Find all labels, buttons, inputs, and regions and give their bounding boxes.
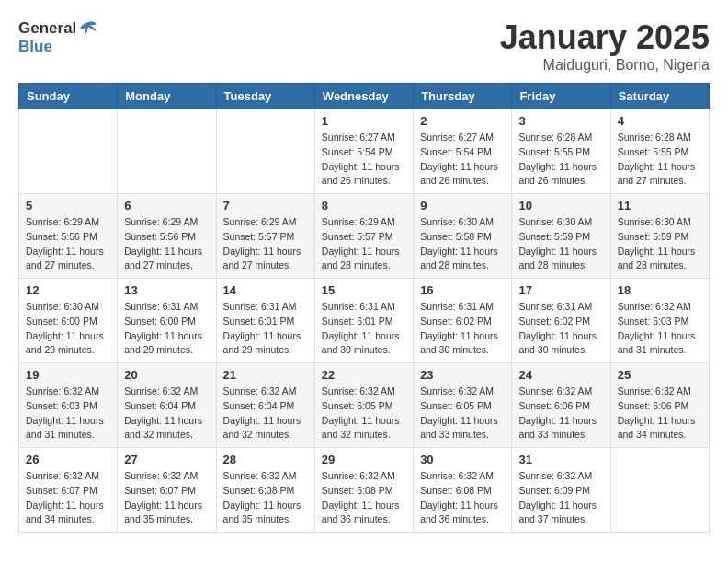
calendar-cell [19,109,118,194]
calendar-cell: 8Sunrise: 6:29 AM Sunset: 5:57 PM Daylig… [314,194,413,279]
day-number: 15 [322,283,406,297]
calendar-cell: 19Sunrise: 6:32 AM Sunset: 6:03 PM Dayli… [19,363,118,448]
calendar-week-row-3: 12Sunrise: 6:30 AM Sunset: 6:00 PM Dayli… [19,279,710,363]
calendar-cell: 14Sunrise: 6:31 AM Sunset: 6:01 PM Dayli… [216,279,314,363]
weekday-header-thursday: Thursday [414,84,512,109]
day-number: 11 [618,199,702,213]
day-number: 4 [618,114,702,128]
weekday-header-tuesday: Tuesday [216,84,314,109]
day-info: Sunrise: 6:32 AM Sunset: 6:07 PM Dayligh… [26,469,110,527]
day-info: Sunrise: 6:28 AM Sunset: 5:55 PM Dayligh… [518,131,603,189]
day-number: 2 [420,114,505,128]
day-number: 26 [26,453,110,466]
header: General Blue January 2025 Maiduguri, Bor… [18,18,710,74]
day-number: 3 [518,114,603,128]
day-number: 13 [124,283,209,297]
calendar-cell: 30Sunrise: 6:32 AM Sunset: 6:08 PM Dayli… [414,448,512,533]
calendar-week-row-2: 5Sunrise: 6:29 AM Sunset: 5:56 PM Daylig… [19,194,710,279]
calendar-cell: 31Sunrise: 6:32 AM Sunset: 6:09 PM Dayli… [512,448,610,533]
day-info: Sunrise: 6:31 AM Sunset: 6:01 PM Dayligh… [322,300,406,358]
day-info: Sunrise: 6:32 AM Sunset: 6:08 PM Dayligh… [420,469,505,527]
calendar-week-row-1: 1Sunrise: 6:27 AM Sunset: 5:54 PM Daylig… [19,109,710,194]
weekday-header-row: SundayMondayTuesdayWednesdayThursdayFrid… [19,84,710,109]
day-info: Sunrise: 6:29 AM Sunset: 5:57 PM Dayligh… [223,215,308,273]
day-number: 20 [124,368,209,382]
day-number: 7 [223,199,308,213]
day-info: Sunrise: 6:32 AM Sunset: 6:05 PM Dayligh… [322,385,406,442]
weekday-header-sunday: Sunday [19,84,118,109]
day-number: 16 [420,283,505,297]
day-info: Sunrise: 6:32 AM Sunset: 6:04 PM Dayligh… [223,385,308,442]
day-number: 27 [124,453,209,466]
day-info: Sunrise: 6:27 AM Sunset: 5:54 PM Dayligh… [322,131,406,189]
calendar-cell: 24Sunrise: 6:32 AM Sunset: 6:06 PM Dayli… [512,363,610,448]
calendar-cell: 5Sunrise: 6:29 AM Sunset: 5:56 PM Daylig… [19,194,118,279]
day-info: Sunrise: 6:29 AM Sunset: 5:57 PM Dayligh… [322,215,406,273]
calendar-cell: 16Sunrise: 6:31 AM Sunset: 6:02 PM Dayli… [414,279,512,363]
day-number: 25 [618,368,702,382]
weekday-header-wednesday: Wednesday [314,84,413,109]
weekday-header-friday: Friday [512,84,610,109]
weekday-header-saturday: Saturday [610,84,709,109]
calendar-cell: 9Sunrise: 6:30 AM Sunset: 5:58 PM Daylig… [414,194,512,279]
calendar-week-row-4: 19Sunrise: 6:32 AM Sunset: 6:03 PM Dayli… [19,363,710,448]
day-number: 30 [420,453,505,466]
day-number: 5 [26,199,110,213]
day-info: Sunrise: 6:32 AM Sunset: 6:03 PM Dayligh… [618,300,702,358]
day-info: Sunrise: 6:32 AM Sunset: 6:07 PM Dayligh… [124,469,209,527]
calendar-cell [610,448,709,533]
day-number: 23 [420,368,505,382]
calendar-cell: 11Sunrise: 6:30 AM Sunset: 5:59 PM Dayli… [610,194,709,279]
day-number: 17 [518,283,603,297]
logo: General Blue [18,18,98,56]
day-number: 14 [223,283,308,297]
day-info: Sunrise: 6:27 AM Sunset: 5:54 PM Dayligh… [420,131,505,189]
day-info: Sunrise: 6:30 AM Sunset: 5:59 PM Dayligh… [618,215,702,273]
calendar-cell: 6Sunrise: 6:29 AM Sunset: 5:56 PM Daylig… [118,194,216,279]
month-title: January 2025 [500,18,710,57]
day-info: Sunrise: 6:29 AM Sunset: 5:56 PM Dayligh… [26,215,110,273]
calendar-cell [118,109,216,194]
calendar-cell: 4Sunrise: 6:28 AM Sunset: 5:55 PM Daylig… [610,109,709,194]
logo-general: General [18,20,76,38]
calendar-cell: 18Sunrise: 6:32 AM Sunset: 6:03 PM Dayli… [610,279,709,363]
logo-blue: Blue [18,39,52,56]
day-info: Sunrise: 6:31 AM Sunset: 6:01 PM Dayligh… [223,300,308,358]
day-info: Sunrise: 6:31 AM Sunset: 6:02 PM Dayligh… [518,300,603,358]
day-number: 1 [322,114,406,128]
day-number: 31 [518,453,603,466]
title-area: January 2025 Maiduguri, Borno, Nigeria [500,18,710,74]
calendar-cell: 15Sunrise: 6:31 AM Sunset: 6:01 PM Dayli… [314,279,413,363]
day-info: Sunrise: 6:29 AM Sunset: 5:56 PM Dayligh… [124,215,209,273]
day-info: Sunrise: 6:32 AM Sunset: 6:08 PM Dayligh… [322,469,406,527]
day-info: Sunrise: 6:30 AM Sunset: 5:59 PM Dayligh… [518,215,603,273]
day-number: 6 [124,199,209,213]
calendar-cell: 1Sunrise: 6:27 AM Sunset: 5:54 PM Daylig… [314,109,413,194]
day-number: 10 [518,199,603,213]
calendar-week-row-5: 26Sunrise: 6:32 AM Sunset: 6:07 PM Dayli… [19,448,710,533]
calendar-cell: 28Sunrise: 6:32 AM Sunset: 6:08 PM Dayli… [216,448,314,533]
day-info: Sunrise: 6:32 AM Sunset: 6:09 PM Dayligh… [518,469,603,527]
calendar-cell: 10Sunrise: 6:30 AM Sunset: 5:59 PM Dayli… [512,194,610,279]
day-number: 12 [26,283,110,297]
day-info: Sunrise: 6:30 AM Sunset: 5:58 PM Dayligh… [420,215,505,273]
calendar-cell: 20Sunrise: 6:32 AM Sunset: 6:04 PM Dayli… [118,363,216,448]
day-info: Sunrise: 6:32 AM Sunset: 6:06 PM Dayligh… [618,385,702,442]
calendar-cell: 3Sunrise: 6:28 AM Sunset: 5:55 PM Daylig… [512,109,610,194]
location-title: Maiduguri, Borno, Nigeria [500,57,710,74]
calendar-cell [216,109,314,194]
calendar-cell: 29Sunrise: 6:32 AM Sunset: 6:08 PM Dayli… [314,448,413,533]
day-info: Sunrise: 6:28 AM Sunset: 5:55 PM Dayligh… [618,131,702,189]
calendar-cell: 13Sunrise: 6:31 AM Sunset: 6:00 PM Dayli… [118,279,216,363]
calendar-cell: 22Sunrise: 6:32 AM Sunset: 6:05 PM Dayli… [314,363,413,448]
day-info: Sunrise: 6:32 AM Sunset: 6:05 PM Dayligh… [420,385,505,442]
day-info: Sunrise: 6:31 AM Sunset: 6:02 PM Dayligh… [420,300,505,358]
day-number: 22 [322,368,406,382]
day-info: Sunrise: 6:32 AM Sunset: 6:06 PM Dayligh… [518,385,603,442]
calendar-cell: 12Sunrise: 6:30 AM Sunset: 6:00 PM Dayli… [19,279,118,363]
calendar-cell: 26Sunrise: 6:32 AM Sunset: 6:07 PM Dayli… [19,448,118,533]
calendar-cell: 2Sunrise: 6:27 AM Sunset: 5:54 PM Daylig… [414,109,512,194]
day-info: Sunrise: 6:32 AM Sunset: 6:03 PM Dayligh… [26,385,110,442]
calendar-cell: 17Sunrise: 6:31 AM Sunset: 6:02 PM Dayli… [512,279,610,363]
day-number: 18 [618,283,702,297]
